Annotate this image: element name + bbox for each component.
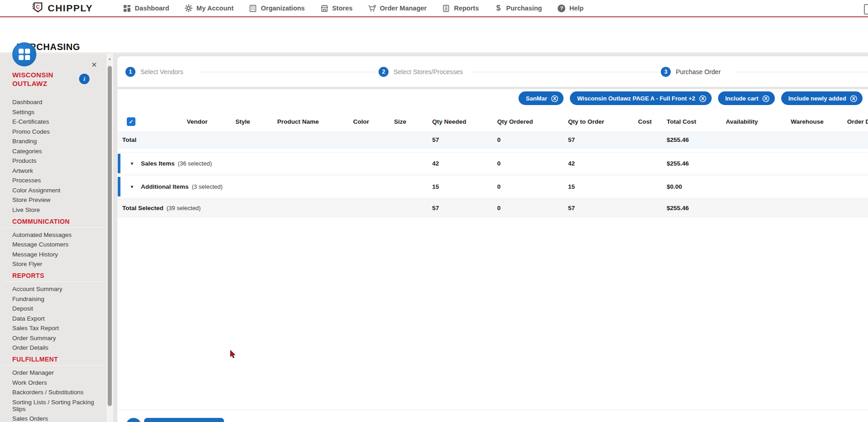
chipply-shield-icon: C	[32, 1, 44, 15]
chip-remove-icon[interactable]: ⓧ	[699, 95, 706, 102]
sidebar-item-automated-messages[interactable]: Automated Messages	[12, 231, 101, 238]
footer-primary-button[interactable]	[144, 418, 224, 422]
total-cost-value: $0.00	[667, 183, 726, 190]
row-label-cell: Total	[117, 136, 432, 143]
column-header-color: Color	[353, 118, 394, 125]
sidebar-item-processes[interactable]: Processes	[12, 177, 101, 184]
sidebar-item-sales-orders[interactable]: Sales Orders	[12, 415, 101, 422]
sidebar-item-work-orders[interactable]: Work Orders	[12, 379, 101, 386]
qty-needed-value: 42	[432, 160, 497, 167]
sidebar-item-order-details[interactable]: Order Details	[12, 344, 101, 351]
top-navigation-bar: C CHIPPLY DashboardMy AccountOrganizatio…	[0, 0, 868, 17]
scrollbar-up-arrow-icon[interactable]: ▲	[106, 57, 113, 61]
dollar-icon: $	[494, 4, 503, 12]
grid-icon	[19, 49, 30, 60]
sidebar-scrollbar[interactable]: ▲	[106, 54, 113, 422]
sidebar-item-store-flyer[interactable]: Store Flyer	[12, 261, 101, 267]
total-cost-value: $255.46	[667, 160, 726, 167]
sidebar-item-account-summary[interactable]: Account Summary	[12, 286, 101, 292]
row-label: Total Selected	[122, 205, 164, 211]
sidebar-item-promo-codes[interactable]: Promo Codes	[12, 128, 101, 135]
column-header-warehouse: Warehouse	[791, 118, 847, 125]
sidebar-item-dashboard[interactable]: Dashboard	[12, 99, 101, 106]
step-connector	[473, 72, 659, 72]
sidebar-item-e-certificates[interactable]: E-Certificates	[12, 118, 101, 125]
nav-item-label: Organizations	[261, 5, 305, 12]
sidebar-section-header-fulfillment: FULFILLMENT	[0, 356, 106, 363]
sidebar-item-sales-tax-report[interactable]: Sales Tax Report	[12, 325, 101, 332]
step-purchase-order[interactable]: 3Purchase Order	[661, 67, 721, 77]
sidebar-item-categories[interactable]: Categories	[12, 148, 101, 155]
filter-chip-sanmar[interactable]: SanMarⓧ	[519, 91, 564, 105]
sidebar-item-deposit[interactable]: Deposit	[12, 305, 101, 312]
sidebar-item-fundraising[interactable]: Fundraising	[12, 296, 101, 302]
collapse-caret-icon[interactable]: ▼	[130, 185, 134, 189]
store-name-line2: OUTLAWZ	[12, 79, 106, 88]
nav-item-dashboard[interactable]: Dashboard	[123, 4, 170, 12]
column-header-style: Style	[235, 118, 277, 125]
sidebar-item-live-store[interactable]: Live Store	[12, 206, 101, 213]
chip-remove-icon[interactable]: ⓧ	[763, 95, 769, 102]
sidebar-close-icon[interactable]: ×	[91, 60, 97, 69]
sidebar-item-products[interactable]: Products	[12, 157, 101, 164]
nav-item-organizations[interactable]: Organizations	[249, 4, 305, 12]
sidebar-item-store-preview[interactable]: Store Preview	[12, 196, 101, 203]
nav-item-my-account[interactable]: My Account	[185, 4, 234, 12]
nav-item-order-manager[interactable]: Order Manager	[368, 4, 427, 12]
step-label: Select Vendors	[140, 68, 183, 75]
step-select-stores-processes[interactable]: 2Select Stores/Processes	[379, 67, 463, 77]
qty-to-order-value: 42	[568, 160, 638, 167]
scrollbar-thumb[interactable]	[108, 66, 112, 406]
sidebar-item-settings[interactable]: Settings	[12, 109, 101, 116]
chip-remove-icon[interactable]: ⓧ	[850, 95, 857, 102]
nav-item-help[interactable]: ?Help	[558, 4, 584, 12]
page-header: PURCHASING	[0, 18, 868, 53]
qty-to-order-value: 57	[568, 136, 638, 143]
sidebar-section-list: Order ManagerWork OrdersBackorders / Sub…	[0, 369, 106, 422]
sidebar-item-data-export[interactable]: Data Export	[12, 315, 101, 322]
step-number-badge[interactable]: 1	[125, 67, 135, 77]
sidebar-item-order-manager[interactable]: Order Manager	[12, 369, 101, 376]
sidebar-item-message-customers[interactable]: Message Customers	[12, 241, 101, 248]
column-header-qty-ordered: Qty Ordered	[497, 118, 568, 125]
chip-remove-icon[interactable]: ⓧ	[551, 95, 558, 102]
nav-item-stores[interactable]: Stores	[320, 4, 353, 12]
sidebar-item-color-assignment[interactable]: Color Assignment	[12, 187, 101, 194]
cart-icon	[368, 4, 376, 12]
app-grid-button[interactable]	[12, 42, 36, 66]
sidebar-item-backorders-substitutions[interactable]: Backorders / Substitutions	[12, 389, 101, 396]
svg-text:C: C	[36, 4, 40, 10]
store-info-icon[interactable]: i	[79, 74, 90, 84]
row-selected-count: (39 selected)	[167, 205, 201, 211]
step-number-badge[interactable]: 3	[661, 67, 671, 77]
sidebar-section-list: Automated MessagesMessage CustomersMessa…	[0, 231, 106, 268]
sidebar-item-message-history[interactable]: Message History	[12, 251, 101, 258]
collapse-caret-icon[interactable]: ▼	[130, 161, 134, 166]
row-selected-count: (36 selected)	[178, 160, 212, 167]
qty-ordered-value: 0	[497, 160, 568, 167]
table-row-total: Total57057$255.46	[117, 131, 868, 148]
qty-to-order-value: 15	[568, 183, 638, 190]
select-all-checkbox[interactable]: ✓	[127, 117, 135, 126]
step-number-badge[interactable]: 2	[379, 67, 389, 77]
filter-chip-include-newly-added[interactable]: Include newly addedⓧ	[781, 91, 863, 105]
nav-item-purchasing[interactable]: $Purchasing	[494, 4, 542, 12]
column-header-total-cost: Total Cost	[667, 118, 726, 125]
sidebar-item-artwork[interactable]: Artwork	[12, 167, 101, 174]
nav-edge-partial-icon[interactable]	[864, 4, 868, 15]
nav-item-label: Order Manager	[380, 5, 427, 12]
step-label: Purchase Order	[676, 68, 721, 75]
sidebar-item-order-summary[interactable]: Order Summary	[12, 335, 101, 342]
nav-item-reports[interactable]: Reports	[442, 4, 479, 12]
chipply-logo[interactable]: C CHIPPLY	[32, 1, 93, 15]
filter-chip-include-cart[interactable]: Include cartⓧ	[718, 91, 775, 105]
footer-circle-button[interactable]	[126, 418, 141, 422]
table-row-sales-items[interactable]: ▼Sales Items(36 selected)42042$255.46	[117, 152, 868, 175]
qty-needed-value: 15	[432, 183, 497, 190]
table-row-additional-items[interactable]: ▼Additional Items(3 selected)15015$0.00	[117, 176, 868, 198]
sidebar-item-branding[interactable]: Branding	[12, 138, 101, 145]
sidebar-item-sorting-lists-sorting-packing-slips[interactable]: Sorting Lists / Sorting Packing Slips	[12, 399, 101, 412]
filter-chip-wisconsin-outlawz-page-a-full-front-2[interactable]: Wisconsin Outlawz PAGE A - Full Front +2…	[570, 91, 712, 105]
step-select-vendors[interactable]: 1Select Vendors	[125, 67, 183, 77]
check-icon: ✓	[129, 119, 133, 125]
